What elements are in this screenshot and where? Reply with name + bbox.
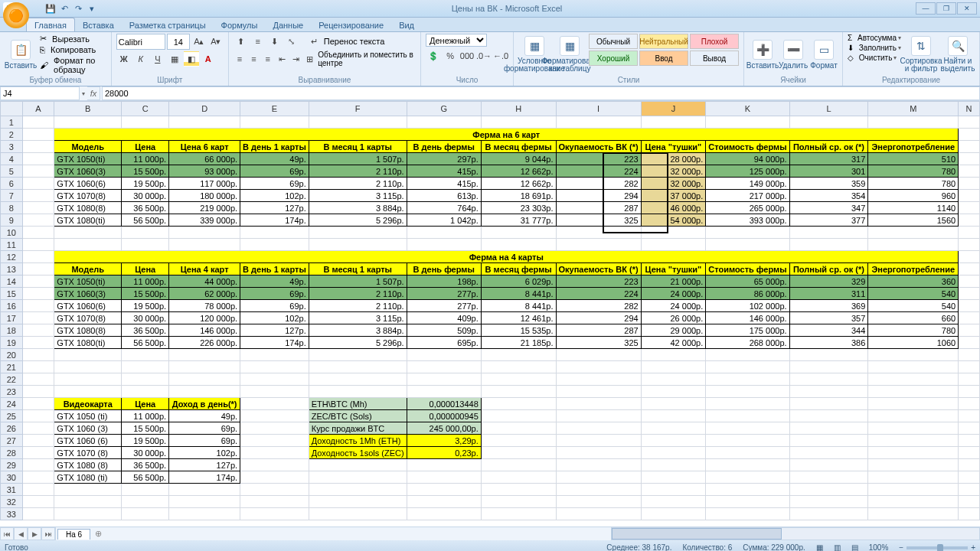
cell[interactable]: В день 1 карты (240, 263, 309, 276)
cell[interactable] (789, 373, 868, 386)
cell[interactable]: Стоимость фермы (706, 141, 789, 153)
cell[interactable]: 0,000013448 (407, 398, 481, 410)
font-color-button[interactable]: A (201, 51, 216, 67)
cell[interactable] (122, 484, 169, 496)
cell[interactable]: 223 (556, 276, 641, 288)
cell[interactable] (641, 116, 706, 129)
cell[interactable] (309, 484, 407, 496)
cell[interactable] (789, 447, 868, 459)
cell[interactable]: GTX 1060 (3) (54, 422, 122, 435)
cell[interactable]: 56 500р. (122, 214, 169, 227)
cell[interactable] (22, 300, 54, 312)
cell[interactable]: 12 662р. (481, 165, 556, 178)
cell[interactable] (959, 202, 980, 214)
row-header-1[interactable]: 1 (1, 116, 23, 129)
cell[interactable]: Полный ср. ок (*) (789, 263, 868, 276)
cell[interactable] (868, 373, 959, 386)
increase-decimal-icon[interactable]: .0→ (476, 48, 492, 64)
cell[interactable]: 102 000р. (706, 300, 789, 312)
col-header-K[interactable]: K (706, 102, 789, 116)
cell[interactable]: 613р. (407, 190, 481, 202)
cell[interactable] (706, 398, 789, 410)
cell[interactable] (959, 165, 980, 178)
cell[interactable] (309, 227, 407, 239)
cell[interactable]: GTX 1050(ti) (54, 153, 122, 165)
cell[interactable] (959, 324, 980, 337)
cell[interactable] (22, 239, 54, 251)
cell[interactable]: GTX 1080(8) (54, 202, 122, 214)
cell[interactable]: 377 (789, 214, 868, 227)
cell[interactable] (641, 386, 706, 398)
cell[interactable]: GTX 1070(8) (54, 312, 122, 324)
cell[interactable] (706, 386, 789, 398)
cell[interactable] (959, 227, 980, 239)
cell[interactable]: Цена (122, 141, 169, 153)
cell[interactable]: 69р. (240, 178, 309, 190)
cell[interactable] (22, 349, 54, 361)
cell[interactable] (959, 471, 980, 484)
cell[interactable]: 19 500р. (122, 178, 169, 190)
name-box[interactable]: J4 (0, 86, 80, 100)
cell[interactable] (959, 459, 980, 471)
cell[interactable] (789, 398, 868, 410)
cell[interactable]: 62 000р. (169, 288, 240, 300)
row-header-3[interactable]: 3 (1, 141, 23, 153)
font-name-input[interactable] (116, 34, 165, 50)
cell[interactable] (641, 447, 706, 459)
cell[interactable] (789, 349, 868, 361)
cell[interactable] (789, 508, 868, 520)
cell[interactable]: 3 115р. (309, 312, 407, 324)
cell[interactable]: 127р. (240, 324, 309, 337)
cell[interactable] (122, 508, 169, 520)
cell[interactable] (556, 496, 641, 508)
sheet-nav-last[interactable]: ⏭ (41, 527, 55, 540)
cell[interactable] (122, 227, 169, 239)
row-header-6[interactable]: 6 (1, 178, 23, 190)
cell[interactable]: 224 (556, 165, 641, 178)
cell[interactable]: 301 (789, 165, 868, 178)
cell[interactable] (868, 386, 959, 398)
cell[interactable] (407, 373, 481, 386)
cell[interactable] (641, 227, 706, 239)
cell[interactable]: 277р. (407, 288, 481, 300)
cell[interactable]: 49р. (240, 276, 309, 288)
cell[interactable]: 415р. (407, 165, 481, 178)
cell[interactable] (641, 508, 706, 520)
cell[interactable] (868, 496, 959, 508)
tab-insert[interactable]: Вставка (75, 18, 122, 31)
align-middle-icon[interactable]: ≡ (250, 34, 266, 49)
cell[interactable] (789, 410, 868, 422)
cell[interactable]: 540 (868, 288, 959, 300)
view-layout-icon[interactable]: ▥ (834, 543, 841, 551)
cell[interactable]: 36 500р. (122, 324, 169, 337)
font-size-input[interactable] (167, 34, 190, 50)
cell[interactable]: 49р. (240, 153, 309, 165)
cell[interactable] (556, 227, 641, 239)
cell[interactable]: 354 (789, 190, 868, 202)
cell[interactable] (309, 239, 407, 251)
cell[interactable] (641, 496, 706, 508)
cell[interactable] (556, 435, 641, 447)
cell[interactable] (641, 459, 706, 471)
row-header-18[interactable]: 18 (1, 324, 23, 337)
cell[interactable]: 287 (556, 324, 641, 337)
cell[interactable] (641, 398, 706, 410)
cell[interactable]: Курс продажи BTC (309, 422, 407, 435)
cell[interactable] (22, 373, 54, 386)
cell[interactable] (641, 373, 706, 386)
col-header-E[interactable]: E (240, 102, 309, 116)
cell[interactable] (407, 508, 481, 520)
sort-filter-button[interactable]: ⇅Сортировка и фильтр (904, 34, 938, 75)
cell[interactable]: 125 000р. (706, 165, 789, 178)
cell[interactable] (868, 471, 959, 484)
cell[interactable] (959, 312, 980, 324)
cell[interactable]: Энергопотребление (868, 141, 959, 153)
cell[interactable] (22, 251, 54, 263)
cell[interactable] (556, 447, 641, 459)
cell[interactable] (22, 496, 54, 508)
cell[interactable] (22, 214, 54, 227)
redo-icon[interactable]: ↷ (72, 2, 84, 15)
cell[interactable] (169, 496, 240, 508)
cell[interactable]: 146 000р. (169, 324, 240, 337)
cell[interactable] (54, 386, 122, 398)
